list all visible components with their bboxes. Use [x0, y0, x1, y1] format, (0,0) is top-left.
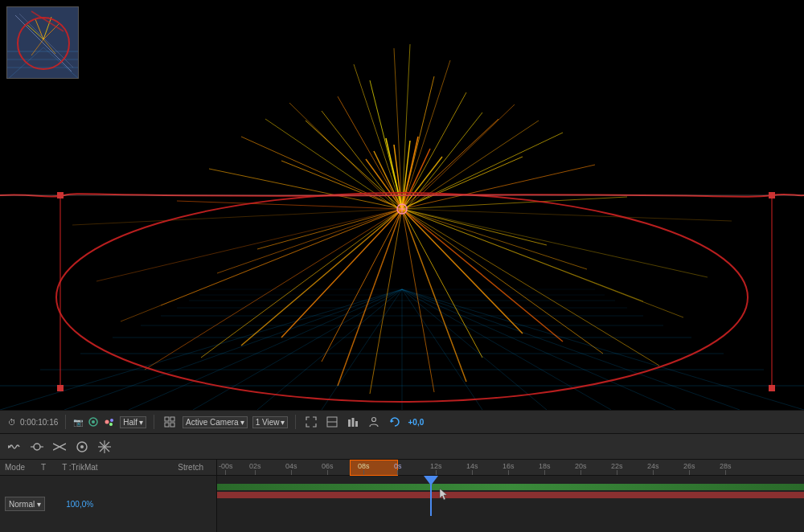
- time-mark-02s: 02s: [249, 462, 261, 475]
- timecode-display: ⏱ 0:00:10:16: [6, 416, 58, 428]
- svg-marker-124: [391, 419, 394, 423]
- camera-dropdown-arrow-icon: ▾: [240, 418, 244, 427]
- flow-icon: [88, 416, 99, 428]
- timeline-left-body: Normal ▾ 100,0%: [0, 476, 216, 532]
- timecode-icon: ⏱: [6, 416, 18, 428]
- svg-point-111: [105, 420, 109, 424]
- svg-rect-88: [57, 385, 64, 391]
- svg-point-110: [92, 420, 95, 424]
- time-mark-04s: 04s: [285, 462, 297, 475]
- person-icon: [368, 416, 379, 428]
- svg-point-126: [34, 444, 40, 450]
- playhead-marker: [424, 476, 438, 485]
- camera-snapshot-btn[interactable]: 📷: [73, 418, 83, 427]
- view-dropdown-arrow-icon: ▾: [281, 418, 285, 427]
- time-mark-24s: 24s: [647, 462, 659, 475]
- time-mark-22s: 22s: [611, 462, 623, 475]
- timeline-btn-4[interactable]: [74, 439, 90, 455]
- value-display: 100,0%: [66, 500, 93, 509]
- timeline-btn-1[interactable]: [6, 439, 23, 455]
- view-label: 1 View: [256, 418, 280, 427]
- viewer-toolbar: ⏱ 0:00:10:16 📷 Half ▾: [0, 410, 804, 434]
- svg-rect-89: [769, 385, 775, 391]
- time-mark-16s: 16s: [503, 462, 515, 475]
- timeline-toolbar: [0, 434, 804, 460]
- camera-icon: 📷: [73, 418, 83, 427]
- person-btn[interactable]: [366, 414, 382, 430]
- stats-btn[interactable]: [345, 414, 361, 430]
- offset-label: +0,0: [408, 418, 424, 427]
- timeline-left-header: Mode T T :TrikMat Stretch: [0, 460, 216, 476]
- timeline-btn-2[interactable]: [29, 439, 45, 455]
- layout-btn[interactable]: [324, 414, 340, 430]
- svg-rect-87: [769, 192, 775, 198]
- track-green-bar: [217, 484, 804, 490]
- timeline-btn-5[interactable]: [96, 439, 113, 455]
- flow-icon-btn[interactable]: [88, 416, 99, 428]
- timeline-ruler: -00s 02s 04s 06s 08s: [217, 460, 804, 476]
- palette-icon-btn[interactable]: [104, 416, 115, 428]
- timeline-content: Mode T T :TrikMat Stretch Normal ▾ 100,0…: [0, 460, 804, 532]
- mode-dropdown-arrow-icon: ▾: [37, 500, 41, 509]
- toolbar-separator-2: [154, 415, 154, 429]
- refresh-icon: [389, 416, 400, 428]
- time-mark-0: -00s: [219, 462, 233, 475]
- time-mark-14s: 14s: [466, 462, 478, 475]
- camera-label: Active Camera: [186, 418, 239, 427]
- stretch-col-header: Stretch: [178, 463, 203, 472]
- svg-point-113: [109, 423, 113, 426]
- resolution-dropdown[interactable]: Half ▾: [120, 416, 146, 428]
- expand-btn[interactable]: [303, 414, 319, 430]
- timeline-panel: Mode T T :TrikMat Stretch Normal ▾ 100,0…: [0, 434, 804, 532]
- track-red-bar: [217, 492, 804, 498]
- resolution-label: Half: [123, 418, 137, 427]
- dropdown-arrow-icon: ▾: [139, 418, 143, 427]
- svg-rect-115: [170, 417, 174, 421]
- time-mark-28s: 28s: [720, 462, 732, 475]
- mode-dropdown[interactable]: Normal ▾: [5, 497, 45, 511]
- sparkle-icon: [98, 440, 111, 453]
- timeline-btn-3[interactable]: [51, 439, 68, 455]
- playhead[interactable]: [430, 476, 432, 516]
- grid-btn[interactable]: [162, 414, 178, 430]
- toolbar-separator-1: [65, 415, 66, 429]
- viewport: [0, 0, 804, 410]
- expand-icon: [306, 416, 317, 428]
- thumbnail-panel[interactable]: [6, 6, 79, 79]
- time-mark-18s: 18s: [539, 462, 551, 475]
- time-mark-12s: 12s: [430, 462, 442, 475]
- shuffle-icon: [53, 440, 66, 453]
- svg-point-132: [80, 445, 84, 448]
- keyframe-icon: [31, 440, 43, 453]
- circle-icon: [76, 440, 88, 453]
- thumbnail-svg: [7, 7, 78, 78]
- grid-icon: [164, 416, 175, 428]
- svg-point-123: [372, 418, 376, 422]
- time-mark-20s: 20s: [575, 462, 587, 475]
- mode-value: Normal: [9, 500, 35, 509]
- time-mark-08s: 08s: [358, 462, 370, 475]
- time-mark-06s: 06s: [322, 462, 334, 475]
- timeline-tracks[interactable]: [217, 476, 804, 516]
- svg-rect-120: [348, 419, 351, 427]
- stats-icon: [347, 416, 359, 428]
- particle-canvas: [0, 0, 804, 410]
- svg-point-112: [110, 419, 113, 422]
- view-dropdown[interactable]: 1 View ▾: [252, 416, 289, 428]
- trikmat-col-header: T :TrikMat: [62, 463, 97, 472]
- timecode-value: 0:00:10:16: [20, 418, 58, 427]
- palette-icon: [104, 416, 115, 428]
- mode-col-header: Mode: [5, 463, 25, 472]
- timeline-left-panel: Mode T T :TrikMat Stretch Normal ▾ 100,0…: [0, 460, 217, 532]
- svg-rect-86: [57, 192, 64, 198]
- time-mark-26s: 26s: [683, 462, 695, 475]
- svg-rect-122: [355, 421, 358, 427]
- svg-rect-117: [170, 423, 174, 427]
- svg-rect-116: [165, 423, 169, 427]
- refresh-btn[interactable]: [387, 414, 403, 430]
- camera-dropdown[interactable]: Active Camera ▾: [183, 416, 248, 428]
- svg-rect-121: [352, 418, 355, 427]
- timeline-right-panel[interactable]: -00s 02s 04s 06s 08s: [217, 460, 804, 532]
- t-col-header: T: [41, 463, 46, 472]
- toolbar-separator-3: [295, 415, 296, 429]
